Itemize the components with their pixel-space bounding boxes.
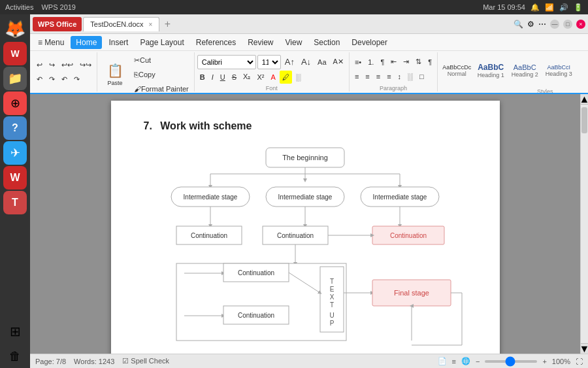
paste-button[interactable]: 📋 Paste [100, 58, 130, 92]
superscript-button[interactable]: X² [254, 71, 267, 84]
para-shading-button[interactable]: ░ [405, 70, 416, 83]
line-spacing-button[interactable]: ↕ [395, 70, 404, 83]
justify-button[interactable]: ≡ [384, 70, 393, 83]
sidebar-icon-trash[interactable]: 🗑 [3, 344, 27, 368]
menu-item-section[interactable]: Section [308, 36, 345, 49]
right-scrollbar[interactable]: ▲ ▼ [580, 94, 588, 354]
zoom-level: 100% [552, 358, 570, 365]
menu-item-insert[interactable]: Insert [103, 36, 133, 49]
more-icon[interactable]: ⋯ [538, 20, 546, 29]
menu-item-review[interactable]: Review [242, 36, 278, 49]
menu-item-view[interactable]: View [280, 36, 308, 49]
settings-icon[interactable]: ⚙ [527, 20, 534, 29]
ribbon: ≡ Menu Home Insert Page Layout Reference… [30, 34, 588, 94]
align-center-button[interactable]: ≡ [363, 70, 372, 83]
search-icon[interactable]: 🔍 [514, 20, 523, 29]
sidebar-icon-wps[interactable]: W [3, 42, 27, 65]
style-normal[interactable]: AaBbCcDc Normal [440, 54, 473, 88]
menu-item-references[interactable]: References [191, 36, 241, 49]
redo2-button[interactable]: ↷ [46, 73, 57, 86]
bullets-button[interactable]: ≡• [352, 56, 364, 69]
format-painter-button[interactable]: 🖌 Format Painter [131, 82, 191, 93]
fit-page-button[interactable]: ⛶ [576, 358, 583, 365]
menu-item-developer[interactable]: Developer [346, 36, 393, 49]
borders-button[interactable]: □ [417, 70, 427, 83]
notification-icon[interactable]: 🔔 [531, 3, 540, 12]
sidebar-icon-firefox[interactable]: 🦊 [3, 17, 27, 41]
doc-tab[interactable]: TestDocEN.docx × [83, 17, 159, 31]
subscript-button[interactable]: X₂ [240, 71, 253, 84]
redo-button[interactable]: ↪ [46, 59, 57, 72]
undo2-button[interactable]: ↶ [34, 73, 45, 86]
font-grow-button[interactable]: A↑ [282, 56, 297, 69]
numbering-button[interactable]: 1. [365, 56, 376, 69]
section-7-title: Work with scheme [160, 120, 252, 131]
sidebar-icon-texteditor[interactable]: T [3, 191, 27, 214]
maximize-button[interactable]: □ [563, 20, 572, 29]
minimize-button[interactable]: — [550, 20, 559, 29]
undo3-button[interactable]: ↶ [59, 73, 70, 86]
scroll-down-button[interactable]: ▼ [581, 343, 588, 354]
menu-bar: ≡ Menu Home Insert Page Layout Reference… [30, 34, 588, 51]
close-tab-icon[interactable]: × [149, 21, 153, 28]
decrease-indent-button[interactable]: ⇤ [388, 56, 399, 69]
strikethrough-button[interactable]: S [229, 71, 239, 84]
battery-icon: 🔋 [574, 3, 583, 12]
style-heading2[interactable]: AaBbC Heading 2 [508, 54, 541, 88]
align-right-button[interactable]: ≡ [374, 70, 383, 83]
zoom-slider[interactable] [485, 360, 537, 363]
redo-more-button[interactable]: ↪↪ [77, 59, 94, 72]
font-shrink-button[interactable]: A↓ [299, 56, 314, 69]
underline-button[interactable]: U [218, 71, 228, 84]
activities-label[interactable]: Activities [5, 3, 33, 11]
content-area: 7. Work with scheme The beginning [30, 94, 588, 354]
undo-button[interactable]: ↩ [34, 59, 45, 72]
undo-more-button[interactable]: ↩↩ [59, 59, 76, 72]
zoom-out-button[interactable]: − [476, 358, 480, 365]
style-heading1[interactable]: AaBbC Heading 1 [474, 54, 507, 88]
menu-item-menu[interactable]: ≡ Menu [33, 36, 69, 49]
style-heading3[interactable]: AaBbCcI Heading 3 [542, 54, 575, 88]
sidebar-icon-writer[interactable]: W [3, 166, 27, 190]
scroll-up-button[interactable]: ▲ [581, 94, 588, 105]
text-up-t: T [330, 278, 334, 285]
redo3-button[interactable]: ↷ [71, 73, 82, 86]
spell-check[interactable]: ☑ Spell Check [122, 357, 169, 365]
cut-button[interactable]: ✂ Cut [131, 54, 154, 67]
sidebar-icon-files[interactable]: 📁 [3, 67, 27, 90]
status-bar: Page: 7/8 Words: 1243 ☑ Spell Check 📄 ≡ … [30, 354, 588, 368]
clear-format-button[interactable]: A✕ [331, 56, 346, 69]
sidebar-icon-apps[interactable]: ⊞ [3, 320, 27, 343]
multilevel-button[interactable]: ¶ [378, 56, 387, 69]
view-icon-normal[interactable]: 📄 [438, 357, 447, 365]
italic-button[interactable]: I [209, 71, 216, 84]
increase-indent-button[interactable]: ⇥ [400, 56, 412, 69]
bold-button[interactable]: B [197, 71, 208, 84]
font-size-select[interactable]: 11 [257, 55, 281, 69]
copy-button[interactable]: ⎘ Copy [131, 68, 158, 81]
wps-logo-button[interactable]: WPS Office [33, 17, 82, 31]
copy-icon: ⎘ [134, 71, 139, 78]
align-left-button[interactable]: ≡ [352, 70, 361, 83]
menu-item-home[interactable]: Home [71, 36, 102, 49]
font-case-button[interactable]: Aa [315, 56, 329, 69]
view-icon-outline[interactable]: ≡ [452, 358, 456, 365]
view-icon-web[interactable]: 🌐 [461, 357, 470, 365]
close-button[interactable]: × [576, 20, 585, 29]
sort-button[interactable]: ⇅ [413, 56, 424, 69]
zoom-in-button[interactable]: + [542, 358, 546, 365]
sidebar-icon-appstore[interactable]: ⊕ [3, 92, 27, 115]
document-area[interactable]: 7. Work with scheme The beginning [30, 94, 580, 354]
highlight-button[interactable]: 🖊 [280, 71, 292, 84]
scroll-thumb[interactable] [581, 107, 587, 133]
menu-item-pagelayout[interactable]: Page Layout [135, 36, 189, 49]
style-more-button[interactable]: ▼ [576, 54, 588, 88]
shading-button[interactable]: ░ [293, 71, 304, 84]
sidebar-icon-help[interactable]: ? [3, 116, 27, 140]
font-section: Calibri 11 A↑ A↓ Aa A✕ B I U [195, 52, 350, 92]
font-color-button[interactable]: A [268, 71, 278, 84]
font-name-select[interactable]: Calibri [197, 55, 256, 69]
new-tab-button[interactable]: + [161, 18, 174, 31]
show-marks-button[interactable]: ¶ [425, 56, 434, 69]
sidebar-icon-telegram[interactable]: ✈ [3, 141, 27, 165]
